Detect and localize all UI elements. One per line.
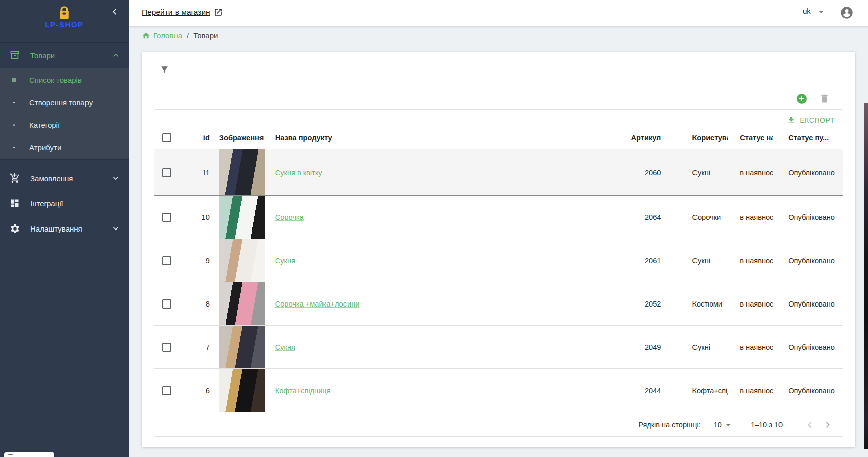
chevron-left-icon bbox=[110, 7, 120, 17]
rows-per-page-select[interactable]: 10 bbox=[714, 421, 731, 429]
table-actions-row: ЕКСПОРТ bbox=[154, 110, 843, 126]
product-category: Костюми bbox=[682, 300, 728, 308]
row-checkbox[interactable] bbox=[162, 213, 171, 222]
bullet-icon bbox=[10, 99, 17, 106]
caret-down-icon bbox=[726, 424, 731, 426]
product-stock-status: в наявності bbox=[728, 300, 773, 308]
product-image bbox=[219, 196, 265, 239]
breadcrumb: Головна / Товари bbox=[142, 31, 218, 40]
previous-page-button[interactable] bbox=[802, 417, 818, 433]
bottom-left-cutoff-widget[interactable] bbox=[4, 452, 54, 457]
product-id: 6 bbox=[192, 387, 210, 395]
product-id: 11 bbox=[192, 169, 210, 177]
product-publish-status: Опубліковано bbox=[773, 257, 843, 265]
delete-selected-button[interactable] bbox=[819, 93, 830, 104]
product-link[interactable]: Сукня bbox=[275, 257, 295, 265]
product-publish-status: Опубліковано bbox=[773, 169, 843, 177]
submenu-label: Створення товару bbox=[29, 98, 93, 107]
row-checkbox[interactable] bbox=[162, 343, 171, 352]
chevron-down-icon bbox=[111, 223, 121, 234]
sidebar-item-label: Замовлення bbox=[30, 174, 111, 183]
product-category: Сорочки bbox=[682, 213, 728, 221]
column-header-name: Назва продукту bbox=[268, 134, 624, 142]
column-header-image: Зображення bbox=[210, 126, 268, 149]
sidebar-item-categories[interactable]: Категорії bbox=[0, 114, 129, 136]
sidebar-item-integrations[interactable]: Інтеграції bbox=[0, 191, 129, 216]
sidebar-collapse-button[interactable] bbox=[108, 5, 122, 19]
sidebar-item-products[interactable]: Товари bbox=[0, 43, 129, 68]
sidebar-item-product-create[interactable]: Створення товару bbox=[0, 91, 129, 114]
logo-block: LP-SHOP bbox=[0, 0, 129, 43]
filter-button[interactable] bbox=[157, 62, 172, 77]
product-sku: 2061 bbox=[624, 257, 683, 265]
sidebar-item-product-list[interactable]: Список товарів bbox=[0, 68, 129, 91]
product-link[interactable]: Сукня в квітку bbox=[275, 169, 322, 177]
sidebar-item-attributes[interactable]: Атрибути bbox=[0, 136, 129, 159]
sidebar: LP-SHOP Товари Список товарів Створення … bbox=[0, 0, 129, 457]
row-checkbox[interactable] bbox=[162, 386, 171, 395]
product-image bbox=[219, 369, 265, 412]
table-row: 10 Сорочка 2064 Сорочки в наявності Опуб… bbox=[154, 196, 843, 239]
pagination-bar: Рядків на сторінці: 10 1–10 з 10 bbox=[154, 412, 843, 437]
sidebar-item-label: Налаштування bbox=[30, 224, 111, 233]
right-edge-content-sliver bbox=[864, 103, 868, 449]
products-box-icon bbox=[9, 50, 20, 61]
products-table-card: ЕКСПОРТ id Зображення Назва продукту Арт… bbox=[154, 109, 843, 437]
submenu-label: Атрибути bbox=[29, 143, 61, 152]
row-checkbox[interactable] bbox=[162, 256, 171, 265]
row-checkbox[interactable] bbox=[162, 299, 171, 309]
language-select[interactable]: uk bbox=[799, 4, 825, 21]
bullet-icon bbox=[10, 144, 17, 151]
table-header-row: id Зображення Назва продукту Артикул Кор… bbox=[154, 126, 843, 149]
sidebar-item-orders[interactable]: Замовлення bbox=[0, 166, 129, 191]
go-to-store-label: Перейти в магазин bbox=[142, 8, 210, 17]
chevron-right-icon bbox=[822, 419, 834, 431]
product-publish-status: Опубліковано bbox=[773, 300, 843, 308]
breadcrumb-home-link[interactable]: Головна bbox=[142, 31, 182, 40]
breadcrumb-separator: / bbox=[187, 31, 189, 40]
rows-per-page-value: 10 bbox=[714, 421, 722, 429]
export-button[interactable]: ЕКСПОРТ bbox=[784, 114, 838, 127]
download-icon bbox=[787, 116, 796, 125]
chevron-up-icon bbox=[111, 50, 121, 60]
table-body: 11 Сукня в квітку 2060 Сукні в наявності… bbox=[154, 149, 843, 412]
add-product-button[interactable] bbox=[796, 93, 808, 105]
product-category: Сукні bbox=[682, 257, 728, 265]
product-link[interactable]: Сорочка bbox=[275, 213, 304, 221]
row-checkbox[interactable] bbox=[162, 168, 171, 177]
product-sku: 2052 bbox=[624, 300, 683, 308]
column-header-sku: Артикул bbox=[624, 134, 683, 142]
product-link[interactable]: Сорочка +майка+лосини bbox=[275, 300, 360, 308]
product-link[interactable]: Кофта+спідниця bbox=[275, 387, 331, 395]
product-stock-status: в наявності bbox=[728, 387, 773, 395]
product-stock-status: в наявності bbox=[728, 213, 773, 221]
caret-down-icon bbox=[819, 11, 824, 13]
product-image bbox=[219, 282, 265, 325]
go-to-store-link[interactable]: Перейти в магазин bbox=[142, 8, 223, 17]
product-stock-status: в наявності bbox=[728, 257, 773, 265]
settings-gear-icon bbox=[9, 223, 20, 234]
next-page-button[interactable] bbox=[820, 417, 836, 433]
product-publish-status: Опубліковано bbox=[773, 213, 843, 221]
rows-per-page-label: Рядків на сторінці: bbox=[638, 421, 701, 429]
product-id: 10 bbox=[192, 213, 210, 221]
integrations-icon bbox=[9, 198, 20, 209]
user-avatar-button[interactable] bbox=[840, 6, 854, 20]
sidebar-item-settings[interactable]: Налаштування bbox=[0, 216, 129, 241]
content-card: ЕКСПОРТ id Зображення Назва продукту Арт… bbox=[142, 52, 855, 447]
shop-bag-logo-icon bbox=[57, 5, 72, 22]
topbar: Перейти в магазин uk bbox=[129, 0, 868, 26]
product-sku: 2064 bbox=[624, 213, 683, 221]
select-all-checkbox[interactable] bbox=[162, 133, 171, 142]
table-row: 9 Сукня 2061 Сукні в наявності Опубліков… bbox=[154, 239, 843, 282]
open-in-new-icon bbox=[214, 8, 223, 17]
select-underline bbox=[799, 21, 825, 21]
table-row: 6 Кофта+спідниця 2044 Кофта+спідниц в на… bbox=[154, 369, 843, 412]
product-id: 8 bbox=[192, 300, 210, 308]
column-header-publish-status: Статус пу... bbox=[773, 134, 843, 142]
chevron-left-icon bbox=[804, 419, 816, 431]
toolbar-divider bbox=[179, 64, 179, 87]
product-link[interactable]: Сукня bbox=[275, 343, 295, 351]
page: LP-SHOP Товари Список товарів Створення … bbox=[0, 0, 868, 457]
product-stock-status: в наявності bbox=[728, 169, 773, 177]
